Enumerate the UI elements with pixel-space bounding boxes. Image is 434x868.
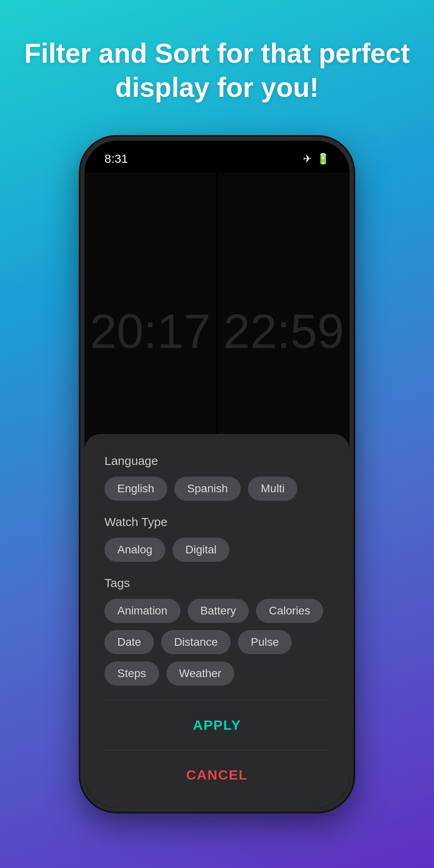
- language-chips: English Spanish Multi: [104, 477, 330, 501]
- chip-date[interactable]: Date: [104, 630, 154, 654]
- chip-multi[interactable]: Multi: [248, 477, 297, 501]
- page-headline: Filter and Sort for that perfect display…: [0, 36, 434, 104]
- volume-up-button: [80, 285, 81, 321]
- chip-analog[interactable]: Analog: [104, 538, 165, 562]
- divider-1: [104, 700, 330, 700]
- chip-english[interactable]: English: [104, 477, 167, 501]
- battery-icon: 🔋: [317, 153, 330, 165]
- language-label: Language: [104, 454, 330, 468]
- chip-pulse[interactable]: Pulse: [238, 630, 292, 654]
- watch-type-chips: Analog Digital: [104, 538, 330, 562]
- phone-body: 8:31 ✈ 🔋 20:17 22:59 20 20:57: [80, 137, 354, 812]
- airplane-icon: ✈: [303, 153, 312, 165]
- phone-mockup: 8:31 ✈ 🔋 20:17 22:59 20 20:57: [80, 137, 354, 820]
- chip-weather[interactable]: Weather: [166, 661, 234, 686]
- divider-2: [104, 750, 330, 750]
- chip-animation[interactable]: Animation: [104, 599, 180, 623]
- volume-down-button: [80, 330, 81, 366]
- cancel-button[interactable]: CANCEL: [104, 758, 330, 792]
- chip-digital[interactable]: Digital: [172, 538, 229, 562]
- chip-steps[interactable]: Steps: [104, 661, 159, 686]
- chip-distance[interactable]: Distance: [161, 630, 231, 654]
- chip-battery[interactable]: Battery: [188, 599, 249, 623]
- chip-calories[interactable]: Calories: [256, 599, 323, 623]
- chip-spanish[interactable]: Spanish: [174, 477, 241, 501]
- tags-label: Tags: [104, 576, 330, 590]
- watch-type-label: Watch Type: [104, 515, 330, 529]
- power-button: [353, 309, 354, 362]
- apply-button[interactable]: APPLY: [104, 708, 330, 742]
- phone-screen: 8:31 ✈ 🔋 20:17 22:59 20 20:57: [84, 141, 350, 808]
- filter-sheet: Language English Spanish Multi Watch Typ…: [84, 434, 350, 808]
- status-time: 8:31: [104, 152, 128, 166]
- tags-chips: Animation Battery Calories Date Distance…: [104, 599, 330, 686]
- status-bar: 8:31 ✈ 🔋: [84, 141, 350, 170]
- status-icons: ✈ 🔋: [303, 153, 330, 165]
